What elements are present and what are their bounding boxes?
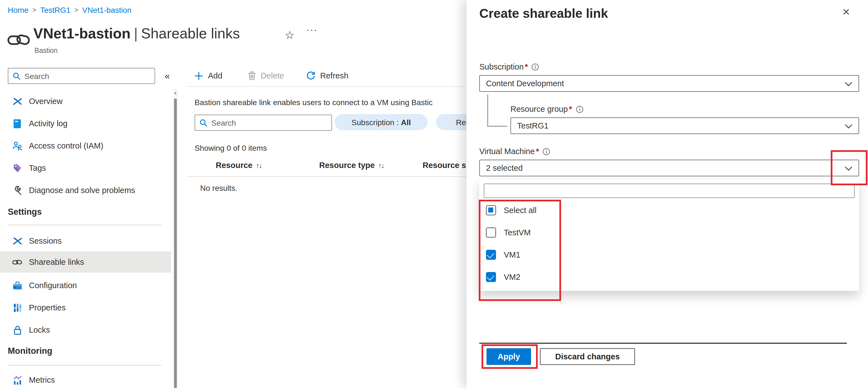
sessions-icon [12,237,22,245]
sidebar-scrollbar[interactable]: ▲ [173,89,178,388]
sidebar-search-input[interactable] [25,71,150,80]
info-icon[interactable] [543,148,550,155]
shareable-links-icon [12,258,22,266]
breadcrumb-separator: > [33,6,36,14]
close-icon[interactable]: × [842,6,850,18]
breadcrumb-home[interactable]: Home [8,6,29,14]
sidebar-item-shareable-links[interactable]: Shareable links [0,251,171,273]
sidebar-search[interactable] [8,68,155,84]
subscription-dropdown[interactable]: Content Development [479,75,859,92]
chevron-down-icon [845,124,852,128]
refresh-icon [306,71,315,80]
vm-dropdown-flyout: Select all TestVM VM1 VM2 [479,179,859,291]
virtual-machine-value: 2 selected [486,163,523,173]
sidebar-item-diagnose[interactable]: Diagnose and solve problems [0,180,171,201]
column-header-resource-type[interactable]: Resource type↑↓ [319,161,384,170]
breadcrumb-vnet1-bastion[interactable]: VNet1-bastion [82,6,131,14]
sidebar-item-label: Sessions [29,236,62,245]
indent-connector [487,95,488,126]
breadcrumb-separator: > [74,6,79,14]
vm-option-vm1[interactable]: VM1 [486,248,521,262]
checkbox-indeterminate[interactable] [486,205,496,215]
item-count: Showing 0 of 0 items [195,144,267,152]
vm-filter-box[interactable] [484,184,855,198]
scroll-up-icon[interactable]: ▲ [174,91,177,95]
subscription-filter-pill[interactable]: Subscription : All [335,114,428,130]
lock-icon [12,325,22,335]
panel-title: Create shareable link [479,6,608,21]
checkbox-checked[interactable] [486,250,496,260]
option-label: Select all [504,206,536,215]
sidebar-item-tags[interactable]: Tags [0,157,171,179]
divider [187,176,467,177]
resource-group-dropdown[interactable]: TestRG1 [510,117,859,134]
sidebar-item-access-control[interactable]: Access control (IAM) [0,135,171,156]
sidebar-item-locks[interactable]: Locks [0,319,171,340]
resource-group-value: TestRG1 [517,121,549,130]
search-icon [13,72,21,80]
sidebar-item-label: Tags [29,163,46,173]
sidebar-item-label: Locks [29,325,50,334]
title-separator: | [131,25,141,42]
sidebar-item-overview[interactable]: Overview [0,91,171,112]
wrench-icon [12,185,22,195]
resource-group-label: Resource group* [510,105,583,114]
bastion-link-icon [7,31,31,49]
add-button[interactable]: Add [195,71,222,80]
sidebar-item-configuration[interactable]: Configuration [0,275,171,296]
virtual-machine-label: Virtual Machine* [479,147,550,156]
option-label: TestVM [504,228,531,237]
subscription-value: Content Development [486,79,564,88]
delete-button[interactable]: Delete [248,71,284,80]
command-bar: Add Delete Refresh [195,67,348,85]
vm-filter-input[interactable] [484,184,854,198]
sort-icon: ↑↓ [378,162,384,170]
refresh-button[interactable]: Refresh [306,71,348,80]
filter-label: Subscription : [351,118,399,126]
sidebar-section-monitoring: Monitoring [8,346,52,356]
list-search[interactable] [195,115,332,131]
vm-option-testvm[interactable]: TestVM [486,226,531,239]
indent-connector [487,126,507,126]
checkbox-checked[interactable] [486,272,496,282]
metrics-icon [12,375,22,385]
sidebar-item-label: Shareable links [29,258,84,266]
vm-option-vm2[interactable]: VM2 [486,270,521,284]
sidebar-item-label: Overview [29,97,63,106]
info-icon[interactable] [576,106,583,113]
trash-icon [248,71,256,80]
virtual-machine-dropdown[interactable]: 2 selected [479,160,859,176]
scrollbar-thumb[interactable] [174,98,177,388]
divider [8,225,161,225]
info-icon[interactable] [532,63,539,70]
discard-changes-button[interactable]: Discard changes [540,348,635,365]
sort-icon: ↑↓ [256,162,261,170]
sidebar-item-properties[interactable]: Properties [0,297,171,318]
vm-option-select-all[interactable]: Select all [486,204,536,217]
sidebar-item-label: Activity log [29,119,68,128]
toolbox-icon [12,281,22,290]
breadcrumb-testrg1[interactable]: TestRG1 [40,6,71,14]
footer-divider [479,343,847,344]
subscription-label: Subscription* [479,62,539,71]
more-options-icon[interactable]: ··· [306,25,317,36]
favorite-star-icon[interactable]: ☆ [285,28,295,42]
checkbox-unchecked[interactable] [486,228,496,238]
add-button-label: Add [208,71,222,80]
sidebar-item-label: Properties [29,303,66,312]
apply-button[interactable]: Apply [487,348,531,365]
access-control-icon [12,141,22,150]
list-search-input[interactable] [211,118,327,127]
refresh-button-label: Refresh [320,71,348,80]
sidebar-item-label: Diagnose and solve problems [29,186,135,195]
sidebar-item-sessions[interactable]: Sessions [0,230,171,251]
sidebar-item-metrics[interactable]: Metrics [0,369,171,388]
column-header-resource[interactable]: Resource↑↓ [216,161,261,170]
page-title: VNet1-bastion|Shareable links [33,25,240,42]
sidebar-item-activity-log[interactable]: Activity log [0,113,171,134]
sidebar-item-label: Access control (IAM) [29,141,103,150]
column-header-resource-state[interactable]: Resource s [423,161,466,170]
sidebar-item-label: Configuration [29,281,77,290]
plus-icon [195,71,203,80]
collapse-sidebar-icon[interactable]: « [164,71,170,82]
